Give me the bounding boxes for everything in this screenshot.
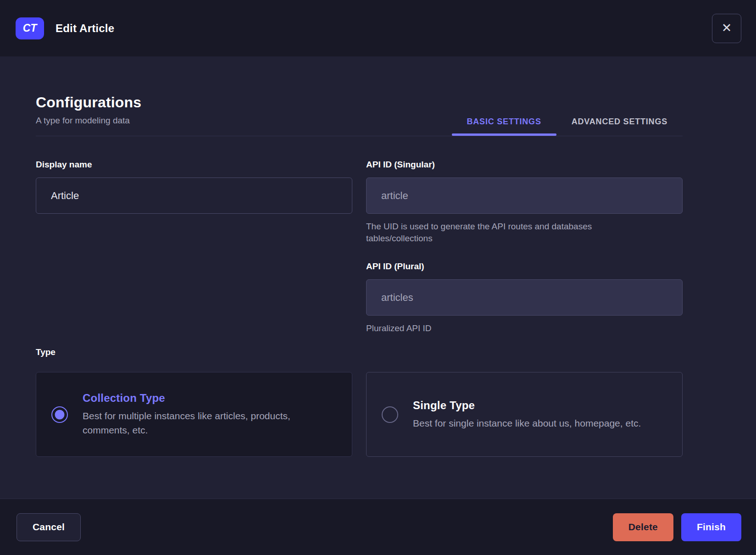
configuration-form: Display name API ID (Singular) The UID i… bbox=[36, 159, 683, 334]
modal-title: Edit Article bbox=[56, 22, 114, 35]
finish-button[interactable]: Finish bbox=[681, 513, 741, 541]
display-name-input[interactable] bbox=[36, 178, 352, 214]
collection-type-description: Best for multiple instances like article… bbox=[83, 409, 330, 437]
page-subtitle: A type for modeling data bbox=[36, 116, 141, 126]
edit-article-modal: CT Edit Article ✕ Configurations A type … bbox=[0, 0, 756, 555]
close-button[interactable]: ✕ bbox=[712, 14, 741, 43]
display-name-field-block: Display name bbox=[36, 159, 352, 334]
type-label: Type bbox=[36, 347, 683, 357]
single-type-description: Best for single instance like about us, … bbox=[413, 416, 641, 430]
collection-type-radio[interactable] bbox=[51, 406, 68, 423]
api-id-column: API ID (Singular) The UID is used to gen… bbox=[366, 159, 683, 334]
cancel-button[interactable]: Cancel bbox=[17, 513, 81, 541]
api-id-singular-helper: The UID is used to generate the API rout… bbox=[366, 221, 660, 244]
type-section: Type Collection Type Best for multiple i… bbox=[36, 347, 683, 457]
page-title: Configurations bbox=[36, 94, 141, 111]
content-type-badge: CT bbox=[16, 17, 44, 39]
modal-footer: Cancel Delete Finish bbox=[0, 499, 756, 555]
modal-body: Configurations A type for modeling data … bbox=[0, 56, 756, 499]
modal-header: CT Edit Article ✕ bbox=[0, 0, 756, 56]
delete-button[interactable]: Delete bbox=[613, 513, 673, 541]
collection-type-option[interactable]: Collection Type Best for multiple instan… bbox=[36, 372, 352, 457]
type-options: Collection Type Best for multiple instan… bbox=[36, 372, 683, 457]
api-id-singular-label: API ID (Singular) bbox=[366, 159, 683, 170]
tab-advanced-settings[interactable]: ADVANCED SETTINGS bbox=[556, 117, 683, 136]
api-id-plural-helper: Pluralized API ID bbox=[366, 322, 660, 334]
collection-type-title: Collection Type bbox=[83, 392, 330, 405]
single-type-option[interactable]: Single Type Best for single instance lik… bbox=[366, 372, 683, 457]
single-type-radio[interactable] bbox=[382, 406, 398, 423]
api-id-plural-label: API ID (Plural) bbox=[366, 261, 683, 272]
display-name-label: Display name bbox=[36, 159, 352, 170]
api-id-singular-input[interactable] bbox=[366, 178, 683, 214]
settings-tabs: BASIC SETTINGS ADVANCED SETTINGS bbox=[452, 117, 683, 136]
tab-basic-settings[interactable]: BASIC SETTINGS bbox=[452, 117, 556, 136]
close-icon: ✕ bbox=[722, 22, 732, 34]
config-header: Configurations A type for modeling data … bbox=[36, 56, 683, 136]
api-id-plural-input[interactable] bbox=[366, 279, 683, 316]
single-type-title: Single Type bbox=[413, 399, 641, 412]
content-type-badge-label: CT bbox=[23, 22, 37, 34]
api-id-singular-field-block: API ID (Singular) The UID is used to gen… bbox=[366, 159, 683, 244]
api-id-plural-field-block: API ID (Plural) Pluralized API ID bbox=[366, 261, 683, 334]
